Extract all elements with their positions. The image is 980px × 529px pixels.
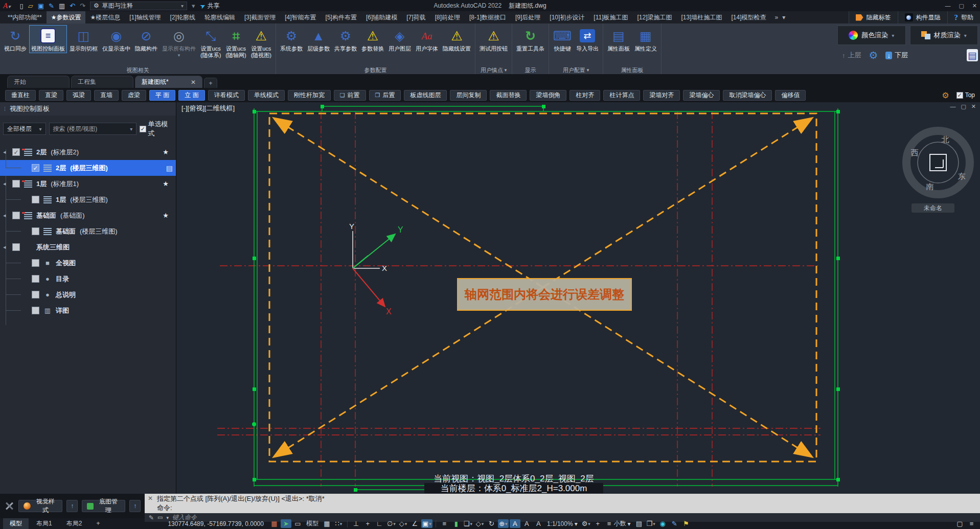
cancel-beam-wall-offset-button[interactable]: 取消梁墙偏心 [723,90,772,101]
new-layout-button[interactable]: + [89,518,106,529]
tree-item-full-view[interactable]: ■ 全视图 [0,255,176,271]
material-render-button[interactable]: 材质渲染 ▾ [910,26,978,45]
command-history[interactable]: ✕ 指定第二个点或 [阵列(A)/退出(E)/放弃(U)] <退出>: *取消*… [145,494,980,513]
tab-param-settings[interactable]: ★参数设置 [47,11,86,24]
navigation-compass[interactable]: 北 东 南 西 [906,131,970,194]
viewport-close-icon[interactable]: ✕ [971,103,976,110]
tree-item-foundation-3dview[interactable]: 基础面(楼层三维图) [0,223,176,239]
print-icon[interactable]: ▥ [59,3,65,9]
drafting-mode-icon[interactable]: ➤ [281,519,291,528]
clean-screen-icon[interactable]: ▢ [954,519,965,528]
group-label-user-config[interactable]: 用户配置▾ [549,66,603,74]
panel-header[interactable]: ⁞ 视图控制面板 [0,102,176,116]
compass-east-label[interactable]: 东 [958,172,966,180]
lineweight-icon[interactable]: ≡ [439,519,450,528]
autocad-logo-icon[interactable]: A▾ [3,2,11,10]
transparency-icon[interactable]: ▮ [451,519,462,528]
property-define-button[interactable]: ▦属性定义 [632,25,659,53]
annotation-scale-control[interactable]: 1:1/100%▾ [545,520,580,527]
shortcuts-button[interactable]: ⌨快捷键 [551,25,574,53]
hide-tags-button[interactable]: 隐藏标签 [849,11,898,24]
tab-member-layout[interactable]: [5]构件布置 [321,11,361,24]
isometric-drafting-icon[interactable]: ◇▾ [398,519,408,528]
drag-handle-icon[interactable]: ⁞ [4,106,6,112]
plate-tool-icon[interactable]: ▦ [269,519,280,528]
tab-axis-manage[interactable]: [1]轴线管理 [125,11,165,24]
favorite-star-icon[interactable]: ★ [163,180,169,188]
tab-smart-layout[interactable]: [4]智能布置 [280,11,321,24]
tab-outline[interactable]: [2]轮廓线 [166,11,200,24]
tree-item-floor1-3dview[interactable]: 1层(楼层三维图) [0,192,176,208]
tab-preliminary-design[interactable]: [10]初步设计 [545,11,589,24]
compass-south-label[interactable]: 南 [926,182,934,191]
compass-north-label[interactable]: 北 [942,135,949,144]
single-line-mode-button[interactable]: 单线模式 [248,90,285,101]
polar-tracking-icon[interactable]: ∅▾ [386,519,397,528]
set-ucs-system-button[interactable]: ⤡设置ucs(随体系) [198,25,223,60]
tab-overflow-icon[interactable]: » [775,14,779,21]
beam-wall-offset-button[interactable]: 梁墙偏心 [683,90,720,101]
copy-between-floors-button[interactable]: 层间复制 [450,90,487,101]
grid-display-icon[interactable]: ▦ [322,519,332,528]
tab-aux-modeling[interactable]: [6]辅助建模 [361,11,402,24]
checkbox[interactable] [32,227,39,235]
section-replace-button[interactable]: 截面替换 [490,90,527,101]
detail-mode-button[interactable]: 详看模式 [208,90,245,101]
tab-preprocess[interactable]: [8]前处理 [430,11,465,24]
layout2-tab[interactable]: 布局2 [60,518,89,529]
favorite-star-icon[interactable]: ★ [163,212,169,219]
annotation-monitor-icon[interactable]: A [533,519,544,528]
compass-west-label[interactable]: 西 [911,148,919,157]
window-minimize-button[interactable]: — [945,3,950,9]
checkbox[interactable] [32,307,39,314]
redo-icon[interactable]: ↷ [80,3,85,9]
tab-load[interactable]: [7]荷载 [402,11,430,24]
hidden-line-settings-button[interactable]: ⚠隐藏线设置 [441,25,473,53]
slab-dashline-layer-button[interactable]: 板虚线图层 [404,90,447,101]
base-map-up-button[interactable]: ↑ [129,500,141,512]
checkbox[interactable]: ✓ [32,164,39,172]
import-export-button[interactable]: ⇄导入导出 [574,25,601,53]
tree-item-foundation[interactable]: ◂ 基础面(基础面) ★ [0,208,176,223]
checkbox[interactable] [12,243,20,251]
share-button[interactable]: ➤ 共享 [200,2,220,10]
ucs-name-badge[interactable]: 未命名 [911,203,954,213]
property-panel-button[interactable]: ▤属性面板 [605,25,632,53]
set-ucs-grid-button[interactable]: ⌗设置ucs(随轴网) [223,25,248,60]
column-align-button[interactable]: 柱对齐 [569,90,600,101]
object-snap-icon[interactable]: ▣▾ [421,519,432,528]
search-input[interactable]: 搜索 (楼层/视图)▾ [49,123,137,135]
column-calc-point-button[interactable]: 柱计算点 [603,90,640,101]
save-icon[interactable]: ▣ [38,3,44,9]
vertical-column-button[interactable]: 垂直柱 [5,90,36,101]
upper-floor-button[interactable]: ↑上层 [837,49,866,62]
offset-value-button[interactable]: 偏移值 [775,90,806,101]
viewport-minimize-icon[interactable]: — [950,103,955,110]
checkbox[interactable] [32,275,39,283]
user-layers-button[interactable]: ◈用户图层 [386,25,413,53]
file-tab-project[interactable]: 工程集 [71,76,133,88]
model-space-label[interactable]: 模型 [304,519,321,528]
view-control-panel-button[interactable]: ≡视图控制面板 [29,25,67,53]
layout1-tab[interactable]: 布局1 [30,518,59,529]
arc-beam-button[interactable]: 弧梁 [66,90,91,101]
shared-params-button[interactable]: ⚙共享参数 [332,25,359,53]
new-file-icon[interactable]: ▯ [20,3,24,9]
gizmo-icon[interactable]: ⊕▾ [498,519,509,528]
user-font-button[interactable]: Aa用户字体 [414,25,440,53]
collapse-icon[interactable]: ◂ [3,180,6,187]
elevation-view-button[interactable]: 立 面 [178,90,204,101]
base-map-manage-button[interactable]: 底图管理 [82,500,125,512]
tree-item-details[interactable]: ▥ 详图 [0,303,176,318]
tab-internal[interactable]: **内部功能** [3,11,47,24]
workspace-dropdown[interactable]: ⚙ 草图与注释 ▾ [90,2,187,10]
level-params-button[interactable]: ▲层级参数 [305,25,332,53]
tab-data-interface[interactable]: [8-1]数据接口 [465,11,511,24]
show-selected-only-button[interactable]: ◉仅显示选中 [100,25,132,53]
isolate-objects-icon[interactable]: ◉ [657,519,668,528]
window-close-button[interactable]: ✕ [972,3,977,9]
tab-model-check[interactable]: [14]模型检查 [727,11,771,24]
collapse-icon[interactable]: ◂ [3,244,6,250]
reset-toolbar-button[interactable]: ↻重置工具条 [514,25,546,53]
tree-item-floor1[interactable]: ◂ 1层(标准层1) ★ [0,176,176,192]
